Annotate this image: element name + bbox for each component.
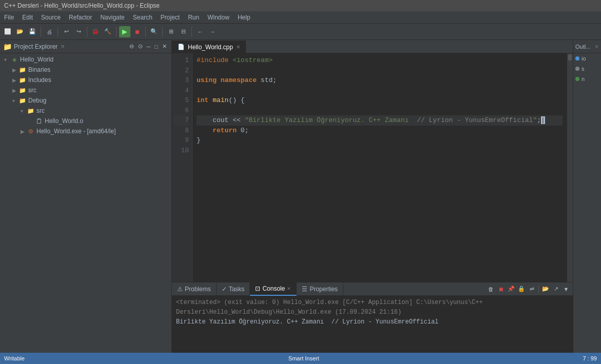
line-num-8: 8 [174,126,189,136]
toolbar-save[interactable]: 💾 [27,26,38,37]
line-numbers: 1 2 3 4 5 6 7 8 9 10 [172,53,192,282]
tree-item-hello-exe[interactable]: ▶ ⚙ Hello_World.exe - [amd64/le] [0,126,171,136]
maximize-panel-button[interactable]: □ [153,43,160,50]
menu-file[interactable]: File [0,12,18,23]
tab-problems[interactable]: ⚠ Problems [172,282,217,296]
code-line-8: return 0; [197,126,563,136]
tree-item-hello-o[interactable]: ▶ 🗒 Hello_World.o [0,116,171,126]
console-open-file-button[interactable]: 📂 [541,285,550,294]
toolbar-redo[interactable]: ↪ [73,26,84,37]
console-icon: ⊡ [255,285,260,292]
toolbar-debug[interactable]: 🐞 [90,26,101,37]
tree-label-hello-exe: Hello_World.exe - [amd64/le] [36,128,116,135]
toolbar-open[interactable]: 📂 [14,26,26,37]
close-icon: ✕ [61,44,65,49]
toolbar-undo[interactable]: ↩ [61,26,72,37]
toolbar-sep-7 [191,27,192,37]
tab-console-label: Console [262,285,285,292]
tree-label-hello-o: Hello_World.o [45,117,83,125]
console-terminate-button[interactable]: ⏹ [496,285,506,294]
toolbar-sep-3 [87,27,87,37]
menu-run[interactable]: Run [184,12,203,23]
menu-search[interactable]: Search [129,12,157,23]
outline-label: Outl... [575,44,590,50]
menu-help[interactable]: Help [234,12,255,23]
editor-scrollbar[interactable] [567,53,573,282]
line-num-4: 4 [174,86,189,96]
status-right: 7 : 99 [583,355,597,361]
tab-tasks[interactable]: ✓ Tasks [217,282,250,296]
outline-label-io: io [581,55,586,62]
outline-item-n[interactable]: n [573,74,601,84]
tab-close-button[interactable]: ✕ [236,44,240,50]
editor-tab-helloworld-cpp[interactable]: 📄 Hello_World.cpp ✕ [172,41,246,53]
code-line-5: int main() { [197,95,563,106]
project-tree: ▾ ◈ Hello_World ▶ 📁 Binaries ▶ 📁 Include… [0,53,171,364]
folder-binaries-icon: 📁 [18,66,27,74]
tab-tasks-label: Tasks [229,286,245,293]
tree-item-debug[interactable]: ▾ 📁 Debug [0,95,171,106]
status-bar: Writable Smart Insert 7 : 99 [0,353,601,364]
console-word-wrap-button[interactable]: ⇌ [527,285,536,294]
toolbar-layout[interactable]: ⊟ [178,26,189,37]
tree-item-helloworld[interactable]: ▾ ◈ Hello_World [0,54,171,65]
toolbar-run[interactable]: ▶ [119,26,130,37]
toolbar-forward[interactable]: → [207,26,218,37]
center-panel: 📄 Hello_World.cpp ✕ 1 2 3 4 5 6 7 8 9 1 [172,40,573,364]
outline-close-icon: ✕ [595,44,599,49]
toolbar-sep-1 [41,27,41,37]
console-terminated-line: <terminated> (exit value: 0) Hello_World… [176,298,569,317]
outline-dot-n [575,77,579,81]
outline-item-s[interactable]: s [573,64,601,74]
toolbar-build[interactable]: 🔨 [102,26,113,37]
panel-title: 📁 Project Explorer ✕ [3,43,65,51]
console-view-menu-button[interactable]: ▼ [561,285,571,294]
tab-console[interactable]: ⊡ Console ✕ [250,282,297,296]
console-pin-button[interactable]: 📌 [507,285,516,294]
tab-file-icon: 📄 [178,44,185,50]
console-clear-button[interactable]: 🗑 [486,285,495,294]
right-panel: Outl... ✕ io s n [573,40,601,364]
console-sep [538,286,539,293]
console-output-line: Birlikte Yazılım Öğreniyoruz. C++ Zamanı… [176,317,569,327]
console-jump-button[interactable]: ↗ [551,285,560,294]
collapse-all-button[interactable]: ⊖ [128,43,135,50]
line-num-5: 5 [174,95,189,106]
toolbar-perspective[interactable]: ⊞ [165,26,177,37]
menu-source[interactable]: Source [37,12,65,23]
console-scroll-lock-button[interactable]: 🔒 [517,285,526,294]
menu-refactor[interactable]: Refactor [65,12,96,23]
outline-item-io[interactable]: io [573,53,601,64]
code-editor[interactable]: 1 2 3 4 5 6 7 8 9 10 #include <iostream>… [172,53,573,282]
code-line-3: using namespace std; [197,75,563,86]
editor-area: 📄 Hello_World.cpp ✕ 1 2 3 4 5 6 7 8 9 1 [172,40,573,282]
toolbar-print[interactable]: 🖨 [44,26,55,37]
arrow-src: ▶ [12,88,18,93]
menu-project[interactable]: Project [157,12,184,23]
toolbar-back[interactable]: ← [195,26,206,37]
menu-edit[interactable]: Edit [18,12,37,23]
minimize-panel-button[interactable]: ─ [145,43,152,50]
code-line-7: cout << "Birlikte Yazılım Öğreniyoruz. C… [197,115,563,126]
tree-item-binaries[interactable]: ▶ 📁 Binaries [0,65,171,75]
arrow-debug-src: ▾ [21,108,27,114]
tree-label-binaries: Binaries [28,66,50,73]
tree-item-debug-src[interactable]: ▾ 📁 src [0,106,171,116]
close-panel-button[interactable]: ✕ [161,43,168,50]
tree-label-includes: Includes [28,76,51,84]
tree-item-includes[interactable]: ▶ 📁 Includes [0,75,171,85]
code-content[interactable]: #include <iostream> using namespace std;… [192,53,567,282]
link-editor-button[interactable]: ⊙ [137,43,144,50]
menu-navigate[interactable]: Navigate [96,12,128,23]
tab-properties[interactable]: ☰ Properties [297,282,343,296]
project-explorer-header: 📁 Project Explorer ✕ ⊖ ⊙ ─ □ ✕ [0,40,171,53]
panel-controls: ⊖ ⊙ ─ □ ✕ [128,43,168,50]
line-num-1: 1 [174,55,189,66]
menu-window[interactable]: Window [203,12,234,23]
toolbar-search[interactable]: 🔍 [148,26,160,37]
tab-label: Hello_World.cpp [188,44,233,51]
code-line-10 [197,146,563,156]
toolbar-stop[interactable]: ⏹ [131,26,143,37]
tree-item-src[interactable]: ▶ 📁 src [0,85,171,95]
toolbar-new[interactable]: ⬜ [2,26,13,37]
